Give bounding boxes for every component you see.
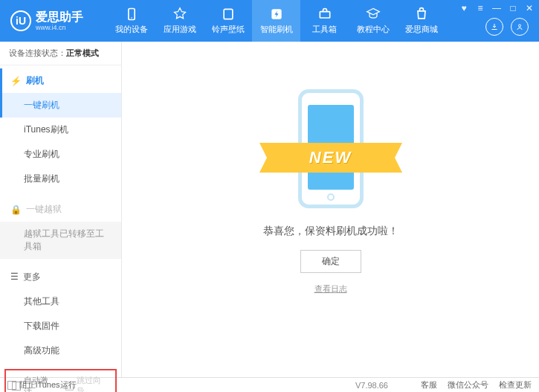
sidebar-item-other[interactable]: 其他工具 [0, 289, 121, 314]
menu-icon[interactable]: ≡ [475, 3, 485, 13]
success-message: 恭喜您，保资料刷机成功啦！ [263, 225, 398, 238]
ok-button[interactable]: 确定 [300, 250, 361, 273]
sidebar-head-label: 更多 [23, 271, 41, 283]
view-log-link[interactable]: 查看日志 [314, 283, 347, 295]
nav-flash[interactable]: 智能刷机 [252, 0, 300, 42]
ringtone-icon [221, 7, 236, 22]
app-logo: iU 爱思助手 www.i4.cn [0, 10, 107, 31]
sidebar-item-batch[interactable]: 批量刷机 [0, 167, 121, 191]
nav-label: 工具箱 [312, 24, 337, 35]
maximize-icon[interactable]: □ [508, 3, 518, 13]
sidebar-head-label: 刷机 [26, 74, 44, 87]
status-value: 正常模式 [66, 48, 99, 57]
nav-ringtones[interactable]: 铃声壁纸 [204, 0, 252, 42]
list-icon: ☰ [10, 271, 19, 282]
user-button[interactable] [511, 18, 529, 36]
nav-label: 铃声壁纸 [212, 24, 245, 35]
sidebar-jailbreak-head: 🔒 一键越狱 [0, 197, 121, 222]
svg-point-1 [131, 17, 132, 19]
toolbox-icon [317, 7, 332, 22]
sidebar-flash-head[interactable]: ⚡ 刷机 [0, 68, 121, 93]
footer-wechat[interactable]: 微信公众号 [448, 379, 488, 391]
sidebar-head-label: 一键越狱 [26, 203, 62, 216]
sidebar-more-head[interactable]: ☰ 更多 [0, 265, 121, 289]
checkbox-label: 阻止iTunes运行 [19, 379, 77, 391]
sidebar-jailbreak-note: 越狱工具已转移至工具箱 [0, 222, 121, 259]
flash-small-icon: ⚡ [10, 76, 22, 86]
status-label: 设备连接状态： [9, 48, 66, 57]
lock-icon: 🔒 [10, 205, 22, 215]
nav-apps[interactable]: 应用游戏 [155, 0, 204, 42]
close-icon[interactable]: ✕ [524, 3, 535, 13]
version-label: V7.98.66 [355, 381, 388, 390]
store-icon [414, 7, 429, 22]
nav-tutorials[interactable]: 教程中心 [349, 0, 397, 42]
app-url: www.i4.cn [36, 25, 83, 31]
main-content: NEW 恭喜您，保资料刷机成功啦！ 确定 查看日志 [122, 42, 539, 377]
device-icon [124, 7, 139, 22]
nav-my-device[interactable]: 我的设备 [107, 0, 155, 42]
flash-icon [269, 7, 284, 22]
sidebar-item-advanced[interactable]: 高级功能 [0, 338, 121, 363]
sidebar-item-oneclick[interactable]: 一键刷机 [0, 93, 121, 118]
nav-label: 教程中心 [357, 24, 390, 35]
new-badge: NEW [273, 143, 389, 173]
sidebar-item-pro[interactable]: 专业刷机 [0, 142, 121, 167]
svg-point-5 [519, 25, 521, 27]
nav-label: 应用游戏 [164, 24, 196, 35]
footer-update[interactable]: 检查更新 [499, 379, 532, 391]
footer-support[interactable]: 客服 [421, 379, 437, 391]
svg-rect-4 [320, 12, 329, 18]
logo-icon: iU [10, 10, 31, 31]
nav-label: 智能刷机 [260, 24, 293, 35]
settings-icon[interactable]: ♥ [459, 3, 469, 13]
nav-toolbox[interactable]: 工具箱 [300, 0, 349, 42]
app-title: 爱思助手 [36, 11, 83, 23]
sidebar-item-firmware[interactable]: 下载固件 [0, 314, 121, 338]
block-itunes-checkbox[interactable]: 阻止iTunes运行 [7, 379, 77, 391]
download-button[interactable] [485, 18, 503, 36]
nav-label: 我的设备 [115, 24, 148, 35]
nav-store[interactable]: 爱思商城 [397, 0, 445, 42]
checkbox-label: 跳过向导 [77, 375, 109, 392]
sidebar-item-itunes[interactable]: iTunes刷机 [0, 118, 121, 142]
apps-icon [172, 7, 187, 22]
device-status: 设备连接状态：正常模式 [0, 42, 121, 65]
svg-rect-2 [224, 9, 233, 19]
nav-label: 爱思商城 [405, 24, 438, 35]
minimize-icon[interactable]: — [491, 3, 502, 13]
success-illustration: NEW [264, 77, 398, 211]
tutorial-icon [366, 7, 381, 22]
